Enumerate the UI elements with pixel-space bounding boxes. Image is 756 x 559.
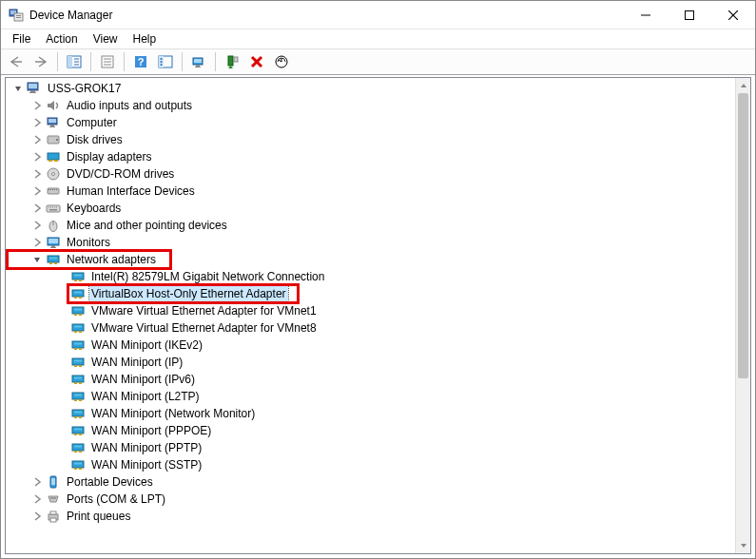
tree-item-network-device[interactable]: WAN Miniport (IP) [10, 354, 735, 371]
expand-icon[interactable] [30, 202, 44, 215]
svg-rect-59 [52, 207, 53, 208]
device-tree[interactable]: USS-GROK17 Audio inputs and outputs Comp… [6, 78, 735, 553]
menu-action[interactable]: Action [38, 30, 85, 48]
svg-rect-54 [56, 189, 57, 190]
uninstall-device-button[interactable] [245, 50, 268, 73]
scroll-up-arrow[interactable] [736, 78, 750, 93]
tree-item-label: VirtualBox Host-Only Ethernet Adapter [89, 286, 288, 301]
tree-item-network-device[interactable]: VMware Virtual Ethernet Adapter for VMne… [10, 319, 735, 337]
tree-item-label: Ports (COM & LPT) [65, 492, 167, 507]
minimize-button[interactable] [624, 1, 668, 29]
collapse-icon[interactable] [30, 253, 44, 266]
network-adapter-icon [70, 269, 86, 284]
tree-item-keyboards[interactable]: Keyboards [10, 200, 735, 217]
svg-rect-103 [74, 395, 82, 396]
update-driver-button[interactable] [187, 50, 210, 73]
svg-rect-52 [52, 189, 53, 190]
expand-icon[interactable] [30, 510, 44, 523]
tree-item-network-adapters[interactable]: Network adapters [10, 251, 735, 268]
expand-icon[interactable] [30, 150, 44, 164]
expand-icon[interactable] [30, 475, 44, 489]
tree-item-network-device[interactable]: WAN Miniport (PPPOE) [10, 422, 735, 439]
svg-rect-85 [74, 331, 77, 333]
forward-button[interactable] [29, 50, 52, 73]
network-adapter-icon [70, 440, 86, 455]
svg-rect-44 [48, 153, 59, 160]
menu-file[interactable]: File [5, 30, 38, 48]
svg-rect-35 [29, 84, 37, 88]
enable-device-button[interactable] [221, 50, 243, 73]
tree-item-audio[interactable]: Audio inputs and outputs [10, 97, 735, 114]
properties-button[interactable] [96, 50, 119, 73]
tree-item-network-device[interactable]: WAN Miniport (IKEv2) [10, 337, 735, 354]
toolbar-separator [124, 52, 125, 71]
svg-rect-83 [74, 309, 82, 311]
tree-root[interactable]: USS-GROK17 [10, 80, 735, 97]
tree-item-dvd[interactable]: DVD/CD-ROM drives [10, 165, 735, 183]
tree-item-monitors[interactable]: Monitors [10, 234, 735, 251]
audio-icon [46, 98, 61, 113]
vertical-scrollbar[interactable] [735, 78, 750, 553]
svg-rect-118 [79, 468, 82, 470]
expand-icon[interactable] [30, 219, 44, 232]
help-button[interactable]: ? [129, 50, 152, 73]
svg-rect-27 [196, 65, 200, 67]
menu-view[interactable]: View [86, 30, 126, 48]
tree-item-network-device[interactable]: VMware Virtual Ethernet Adapter for VMne… [10, 302, 735, 319]
tree-item-network-device[interactable]: WAN Miniport (SSTP) [10, 456, 735, 473]
scroll-thumb[interactable] [738, 93, 748, 378]
expand-icon[interactable] [30, 116, 44, 129]
expand-icon[interactable] [30, 492, 44, 506]
svg-rect-36 [30, 90, 35, 92]
svg-rect-40 [50, 125, 54, 126]
svg-point-48 [52, 173, 55, 176]
svg-rect-102 [79, 399, 82, 401]
tree-item-network-device[interactable]: WAN Miniport (IPv6) [10, 371, 735, 388]
show-hide-tree-button[interactable] [63, 50, 86, 73]
svg-rect-50 [48, 189, 49, 190]
svg-rect-3 [16, 15, 21, 16]
svg-rect-46 [54, 160, 58, 162]
expand-icon[interactable] [30, 167, 44, 181]
network-adapter-icon [46, 252, 61, 267]
svg-rect-70 [54, 262, 57, 264]
tree-item-mice[interactable]: Mice and other pointing devices [10, 217, 735, 234]
tree-item-display[interactable]: Display adapters [10, 148, 735, 165]
tree-item-portable[interactable]: Portable Devices [10, 473, 735, 491]
collapse-icon[interactable] [11, 82, 25, 95]
scan-hardware-button[interactable] [270, 50, 293, 73]
dvd-icon [46, 166, 61, 182]
tree-item-label: WAN Miniport (Network Monitor) [89, 406, 257, 421]
tree-item-ports[interactable]: Ports (COM & LPT) [10, 491, 735, 508]
svg-point-124 [54, 497, 56, 499]
svg-rect-81 [74, 314, 77, 316]
svg-point-43 [56, 139, 58, 141]
tree-item-network-device[interactable]: WAN Miniport (Network Monitor) [10, 405, 735, 422]
title-bar: Device Manager [1, 1, 755, 29]
tree-item-print-queues[interactable]: Print queues [10, 508, 735, 525]
svg-rect-91 [74, 343, 82, 345]
tree-item-computer[interactable]: Computer [10, 114, 735, 131]
expand-icon[interactable] [30, 184, 44, 198]
back-button[interactable] [5, 50, 28, 73]
tree-item-disk[interactable]: Disk drives [10, 131, 735, 148]
tree-item-network-device[interactable]: WAN Miniport (L2TP) [10, 388, 735, 405]
svg-rect-28 [195, 67, 201, 67]
scroll-down-arrow[interactable] [736, 538, 750, 553]
expand-icon[interactable] [30, 236, 44, 249]
svg-rect-10 [68, 56, 72, 67]
svg-rect-4 [16, 17, 21, 18]
menu-help[interactable]: Help [126, 30, 165, 48]
expand-icon[interactable] [30, 99, 44, 112]
tree-item-network-device[interactable]: Intel(R) 82579LM Gigabit Network Connect… [10, 268, 735, 285]
svg-rect-77 [74, 297, 77, 299]
close-button[interactable] [711, 1, 755, 29]
tree-item-network-device[interactable]: VirtualBox Host-Only Ethernet Adapter [10, 285, 735, 302]
maximize-button[interactable] [668, 1, 711, 29]
expand-icon[interactable] [30, 133, 44, 146]
svg-rect-95 [74, 360, 82, 362]
show-hidden-devices-button[interactable] [154, 50, 177, 73]
tree-item-network-device[interactable]: WAN Miniport (PPTP) [10, 439, 735, 456]
tree-item-hid[interactable]: Human Interface Devices [10, 183, 735, 200]
svg-point-122 [50, 497, 52, 499]
